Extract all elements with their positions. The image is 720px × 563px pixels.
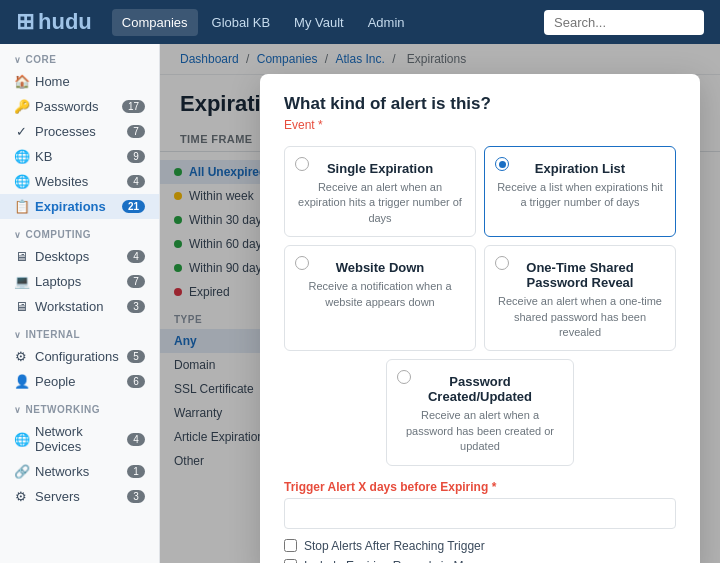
- alert-title-website-down: Website Down: [297, 260, 463, 275]
- workstation-icon: 🖥: [14, 299, 28, 314]
- alert-title-list: Expiration List: [497, 161, 663, 176]
- networks-icon: 🔗: [14, 464, 28, 479]
- expirations-icon: 📋: [14, 199, 28, 214]
- laptops-icon: 💻: [14, 274, 28, 289]
- logo-text: hudu: [38, 9, 92, 35]
- alert-option-one-time-password[interactable]: One-Time Shared Password Reveal Receive …: [484, 245, 676, 351]
- sidebar-item-processes[interactable]: ✓ Processes 7: [0, 119, 159, 144]
- sidebar-item-kb[interactable]: 🌐 KB 9: [0, 144, 159, 169]
- processes-icon: ✓: [14, 124, 28, 139]
- sidebar-label-home: Home: [35, 74, 145, 89]
- sidebar-item-servers[interactable]: ⚙ Servers 3: [0, 484, 159, 509]
- home-icon: 🏠: [14, 74, 28, 89]
- sidebar-section-computing: COMPUTING: [0, 219, 159, 244]
- servers-icon: ⚙: [14, 489, 28, 504]
- alert-desc-website-down: Receive a notification when a website ap…: [297, 279, 463, 310]
- logo: ⊞ hudu: [16, 9, 92, 35]
- desktops-badge: 4: [127, 250, 145, 263]
- websites-badge: 4: [127, 175, 145, 188]
- stop-alerts-checkbox[interactable]: [284, 539, 297, 552]
- sidebar-item-workstation[interactable]: 🖥 Workstation 3: [0, 294, 159, 319]
- laptops-badge: 7: [127, 275, 145, 288]
- networks-badge: 1: [127, 465, 145, 478]
- trigger-input[interactable]: [284, 498, 676, 529]
- modal-title: What kind of alert is this?: [284, 94, 676, 114]
- sidebar-section-core: CORE: [0, 44, 159, 69]
- kb-badge: 9: [127, 150, 145, 163]
- sidebar-item-networks[interactable]: 🔗 Networks 1: [0, 459, 159, 484]
- include-museum-checkbox[interactable]: [284, 559, 297, 563]
- alert-desc-list: Receive a list when expirations hit a tr…: [497, 180, 663, 211]
- alert-type-grid: Single Expiration Receive an alert when …: [284, 146, 676, 466]
- sidebar-item-desktops[interactable]: 🖥 Desktops 4: [0, 244, 159, 269]
- include-museum-label: Include Expiring Records in Museum: [304, 559, 499, 563]
- alert-option-password-created[interactable]: Password Created/Updated Receive an aler…: [386, 359, 574, 465]
- radio-expiration-list[interactable]: [495, 157, 509, 171]
- stop-alerts-row: Stop Alerts After Reaching Trigger: [284, 539, 676, 553]
- sidebar-item-websites[interactable]: 🌐 Websites 4: [0, 169, 159, 194]
- sidebar-label-kb: KB: [35, 149, 120, 164]
- alert-title-password: Password Created/Updated: [399, 374, 561, 404]
- nav-my-vault[interactable]: My Vault: [284, 9, 354, 36]
- stop-alerts-label: Stop Alerts After Reaching Trigger: [304, 539, 485, 553]
- alert-option-expiration-list[interactable]: Expiration List Receive a list when expi…: [484, 146, 676, 237]
- sidebar-item-configurations[interactable]: ⚙ Configurations 5: [0, 344, 159, 369]
- alert-option-single-expiration[interactable]: Single Expiration Receive an alert when …: [284, 146, 476, 237]
- people-badge: 6: [127, 375, 145, 388]
- sidebar-label-laptops: Laptops: [35, 274, 120, 289]
- alert-title-single: Single Expiration: [297, 161, 463, 176]
- modal-event-label: Event *: [284, 118, 676, 132]
- sidebar-label-processes: Processes: [35, 124, 120, 139]
- network-devices-badge: 4: [127, 433, 145, 446]
- sidebar-label-expirations: Expirations: [35, 199, 115, 214]
- trigger-label: Trigger Alert X days before Expiring *: [284, 480, 676, 494]
- sidebar-item-people[interactable]: 👤 People 6: [0, 369, 159, 394]
- sidebar-label-desktops: Desktops: [35, 249, 120, 264]
- passwords-badge: 17: [122, 100, 145, 113]
- configurations-icon: ⚙: [14, 349, 28, 364]
- sidebar-label-people: People: [35, 374, 120, 389]
- websites-icon: 🌐: [14, 174, 28, 189]
- radio-single-expiration[interactable]: [295, 157, 309, 171]
- network-devices-icon: 🌐: [14, 432, 28, 447]
- kb-icon: 🌐: [14, 149, 28, 164]
- modal: What kind of alert is this? Event * Sing…: [260, 74, 700, 563]
- sidebar-label-networks: Networks: [35, 464, 120, 479]
- sidebar: CORE 🏠 Home 🔑 Passwords 17 ✓ Processes 7…: [0, 44, 160, 563]
- alert-desc-single: Receive an alert when an expiration hits…: [297, 180, 463, 226]
- sidebar-label-passwords: Passwords: [35, 99, 115, 114]
- search-input[interactable]: [544, 10, 704, 35]
- topnav: ⊞ hudu Companies Global KB My Vault Admi…: [0, 0, 720, 44]
- sidebar-label-configurations: Configurations: [35, 349, 120, 364]
- alert-desc-password: Receive an alert when a password has bee…: [399, 408, 561, 454]
- alert-desc-one-time: Receive an alert when a one-time shared …: [497, 294, 663, 340]
- sidebar-label-websites: Websites: [35, 174, 120, 189]
- sidebar-label-workstation: Workstation: [35, 299, 120, 314]
- nav-companies[interactable]: Companies: [112, 9, 198, 36]
- expirations-badge: 21: [122, 200, 145, 213]
- include-museum-row: Include Expiring Records in Museum: [284, 559, 676, 563]
- sidebar-item-laptops[interactable]: 💻 Laptops 7: [0, 269, 159, 294]
- nav-global-kb[interactable]: Global KB: [202, 9, 281, 36]
- sidebar-section-networking: NETWORKING: [0, 394, 159, 419]
- alert-title-one-time: One-Time Shared Password Reveal: [497, 260, 663, 290]
- configurations-badge: 5: [127, 350, 145, 363]
- sidebar-label-network-devices: Network Devices: [35, 424, 120, 454]
- sidebar-section-internal: INTERNAL: [0, 319, 159, 344]
- sidebar-label-servers: Servers: [35, 489, 120, 504]
- sidebar-item-home[interactable]: 🏠 Home: [0, 69, 159, 94]
- processes-badge: 7: [127, 125, 145, 138]
- alert-option-website-down[interactable]: Website Down Receive a notification when…: [284, 245, 476, 351]
- people-icon: 👤: [14, 374, 28, 389]
- sidebar-item-expirations[interactable]: 📋 Expirations 21: [0, 194, 159, 219]
- nav-admin[interactable]: Admin: [358, 9, 415, 36]
- topnav-links: Companies Global KB My Vault Admin: [112, 9, 415, 36]
- modal-overlay: What kind of alert is this? Event * Sing…: [160, 44, 720, 563]
- layout: CORE 🏠 Home 🔑 Passwords 17 ✓ Processes 7…: [0, 44, 720, 563]
- sidebar-item-network-devices[interactable]: 🌐 Network Devices 4: [0, 419, 159, 459]
- sidebar-item-passwords[interactable]: 🔑 Passwords 17: [0, 94, 159, 119]
- logo-icon: ⊞: [16, 9, 34, 35]
- servers-badge: 3: [127, 490, 145, 503]
- password-icon: 🔑: [14, 99, 28, 114]
- workstation-badge: 3: [127, 300, 145, 313]
